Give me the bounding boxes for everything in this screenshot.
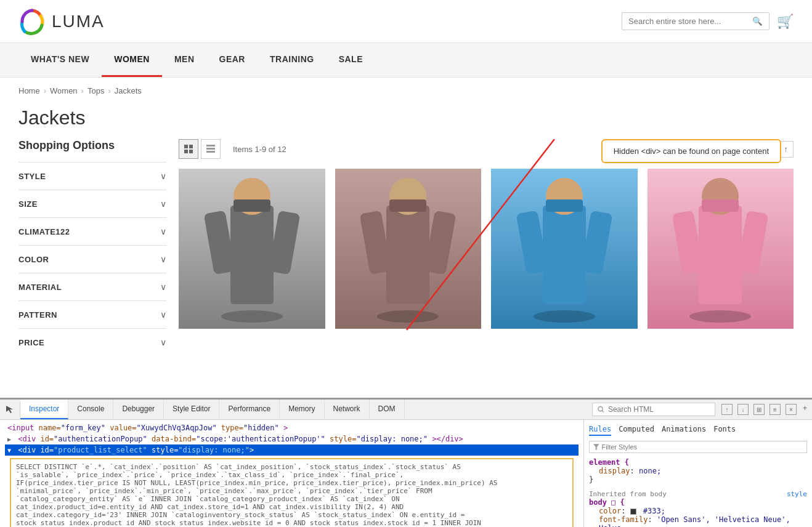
product-card-1[interactable] bbox=[179, 169, 325, 329]
nav-item-men[interactable]: Men bbox=[162, 43, 207, 77]
filter-size-chevron: ∨ bbox=[160, 199, 166, 209]
devtools-tab-inspector[interactable]: Inspector bbox=[20, 400, 68, 419]
devtools-tab-memory[interactable]: Memory bbox=[280, 400, 324, 419]
devtools-close-icon[interactable]: × bbox=[786, 404, 797, 415]
devtools-tab-debugger[interactable]: Debugger bbox=[113, 400, 164, 419]
devtools-responsive-icon[interactable]: ≡ bbox=[769, 404, 781, 415]
nav-link-whats-new[interactable]: What's New bbox=[18, 43, 102, 75]
styles-tab-rules[interactable]: Rules bbox=[589, 425, 611, 436]
svg-point-21 bbox=[534, 310, 595, 323]
filter-color[interactable]: COLOR ∨ bbox=[18, 245, 166, 273]
filter-price-header[interactable]: PRICE ∨ bbox=[18, 329, 166, 356]
nav-link-sale[interactable]: Sale bbox=[327, 43, 375, 75]
product-card-3[interactable] bbox=[491, 169, 638, 329]
filter-size-header[interactable]: SIZE ∨ bbox=[18, 190, 166, 217]
filter-color-header[interactable]: COLOR ∨ bbox=[18, 246, 166, 273]
breadcrumb-sep-3: › bbox=[108, 86, 110, 95]
devtools-tab-performance[interactable]: Performance bbox=[219, 400, 280, 419]
devtools-tab-network[interactable]: Network bbox=[325, 400, 370, 419]
main-nav: What's New Women Men Gear Training Sale bbox=[0, 43, 812, 78]
filter-climate-header[interactable]: CLIMATE122 ∨ bbox=[18, 218, 166, 245]
devtools-inspector-icon[interactable] bbox=[0, 402, 20, 417]
products-grid bbox=[179, 169, 794, 329]
style-source-link[interactable]: style bbox=[787, 490, 807, 498]
styles-tab-fonts[interactable]: Fonts bbox=[713, 425, 736, 436]
devtools-layout-icon[interactable]: ⊞ bbox=[753, 404, 765, 415]
filter-price-label: PRICE bbox=[18, 338, 44, 347]
nav-item-women[interactable]: Women bbox=[102, 43, 162, 77]
devtools-tabs: Inspector Console Debugger Style Editor … bbox=[20, 400, 405, 419]
style-font-family-prop: font-family: 'Open Sans', 'Helvetica Neu… bbox=[599, 515, 807, 527]
devtools-up-icon[interactable]: ↑ bbox=[721, 404, 733, 415]
filter-price-chevron: ∨ bbox=[160, 337, 166, 347]
html-line-2[interactable]: ▶ <div id="authenticationPopup" data-bin… bbox=[5, 433, 579, 445]
filter-price[interactable]: PRICE ∨ bbox=[18, 328, 166, 356]
filter-style[interactable]: STYLE ∨ bbox=[18, 162, 166, 190]
devtools-search-input[interactable] bbox=[608, 405, 710, 414]
nav-link-women[interactable]: Women bbox=[102, 43, 162, 77]
svg-marker-36 bbox=[593, 444, 599, 450]
filter-styles-box[interactable] bbox=[589, 441, 807, 453]
html-line-3-selected[interactable]: ▼ <div id="product_list_select" style="d… bbox=[5, 445, 579, 456]
filter-climate[interactable]: CLIMATE122 ∨ bbox=[18, 217, 166, 245]
color-swatch bbox=[630, 509, 636, 515]
html-line-1[interactable]: <input name="form_key" value="XuwydChVq3… bbox=[5, 422, 579, 433]
breadcrumb: Home › Women › Tops › Jackets bbox=[0, 78, 812, 104]
product-image-3 bbox=[491, 169, 638, 329]
grid-view-button[interactable] bbox=[179, 139, 198, 159]
breadcrumb-women[interactable]: Women bbox=[50, 86, 78, 95]
cart-icon[interactable]: 🛒 bbox=[777, 14, 794, 30]
filter-styles-icon bbox=[593, 444, 599, 450]
filter-climate-label: CLIMATE122 bbox=[18, 227, 70, 236]
product-figure-2 bbox=[352, 169, 463, 329]
nav-item-gear[interactable]: Gear bbox=[207, 43, 258, 77]
breadcrumb-sep-2: › bbox=[81, 86, 84, 95]
filter-styles-input[interactable] bbox=[602, 443, 803, 451]
filter-material[interactable]: MATERIAL ∨ bbox=[18, 273, 166, 300]
logo-area: LUMA bbox=[18, 8, 105, 35]
product-image-4 bbox=[648, 169, 794, 329]
svg-rect-4 bbox=[184, 150, 188, 153]
devtools-tab-console[interactable]: Console bbox=[68, 400, 113, 419]
search-box[interactable]: 🔍 bbox=[622, 12, 769, 30]
search-button[interactable]: 🔍 bbox=[752, 17, 763, 26]
nav-link-men[interactable]: Men bbox=[162, 43, 207, 75]
breadcrumb-tops[interactable]: Tops bbox=[87, 86, 104, 95]
list-view-button[interactable] bbox=[201, 139, 221, 159]
styles-tab-computed[interactable]: Computed bbox=[619, 425, 654, 436]
devtools-tab-style-editor[interactable]: Style Editor bbox=[164, 400, 219, 419]
nav-item-training[interactable]: Training bbox=[258, 43, 327, 77]
filter-size-label: SIZE bbox=[18, 199, 38, 209]
breadcrumb-home[interactable]: Home bbox=[18, 86, 40, 95]
logo-text: LUMA bbox=[52, 12, 105, 31]
styles-tabs: Rules Computed Animations Fonts bbox=[589, 425, 807, 436]
devtools-add-icon[interactable]: + bbox=[803, 404, 807, 415]
product-card-2[interactable] bbox=[335, 169, 482, 329]
style-rule-element: element { display: none; } bbox=[589, 458, 807, 484]
sort-direction-button[interactable]: ↑ bbox=[778, 141, 794, 158]
nav-item-whats-new[interactable]: What's New bbox=[18, 43, 102, 77]
search-input[interactable] bbox=[628, 17, 752, 26]
main-content: Shopping Options STYLE ∨ SIZE ∨ CLIMATE1… bbox=[0, 139, 812, 398]
nav-item-sale[interactable]: Sale bbox=[327, 43, 375, 77]
filter-material-label: MATERIAL bbox=[18, 283, 62, 292]
product-card-4[interactable] bbox=[648, 169, 794, 329]
devtools-toolbar-right: ↑ ↓ ⊞ ≡ × + bbox=[587, 403, 812, 416]
filter-material-header[interactable]: MATERIAL ∨ bbox=[18, 273, 166, 300]
nav-link-gear[interactable]: Gear bbox=[207, 43, 258, 75]
filter-pattern[interactable]: PATTERN ∨ bbox=[18, 300, 166, 328]
filter-size[interactable]: SIZE ∨ bbox=[18, 190, 166, 217]
filter-style-header[interactable]: STYLE ∨ bbox=[18, 163, 166, 190]
devtools-down-icon[interactable]: ↓ bbox=[737, 404, 749, 415]
filter-pattern-header[interactable]: PATTERN ∨ bbox=[18, 301, 166, 328]
items-count: Items 1-9 of 12 bbox=[233, 145, 286, 154]
style-body-selector: body □ { bbox=[589, 498, 807, 507]
devtools-search-box[interactable] bbox=[592, 403, 715, 416]
nav-link-training[interactable]: Training bbox=[258, 43, 327, 75]
sidebar-title: Shopping Options bbox=[18, 139, 166, 152]
styles-tab-animations[interactable]: Animations bbox=[662, 425, 706, 436]
devtools-tab-dom[interactable]: DOM bbox=[370, 400, 405, 419]
devtools-panel: Inspector Console Debugger Style Editor … bbox=[0, 398, 812, 527]
filter-style-chevron: ∨ bbox=[160, 171, 166, 181]
sort-select[interactable]: Position Product Name Price bbox=[687, 140, 773, 159]
